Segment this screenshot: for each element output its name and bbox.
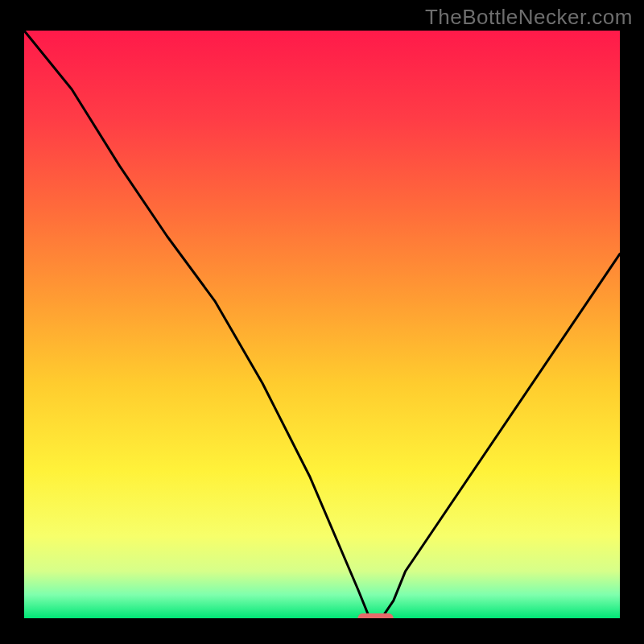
chart-background [24,31,620,618]
chart-container: TheBottleNecker.com [0,0,644,644]
optimal-marker [357,613,393,618]
plot-area [24,31,620,618]
watermark-text: TheBottleNecker.com [425,5,633,30]
chart-svg [24,31,620,618]
